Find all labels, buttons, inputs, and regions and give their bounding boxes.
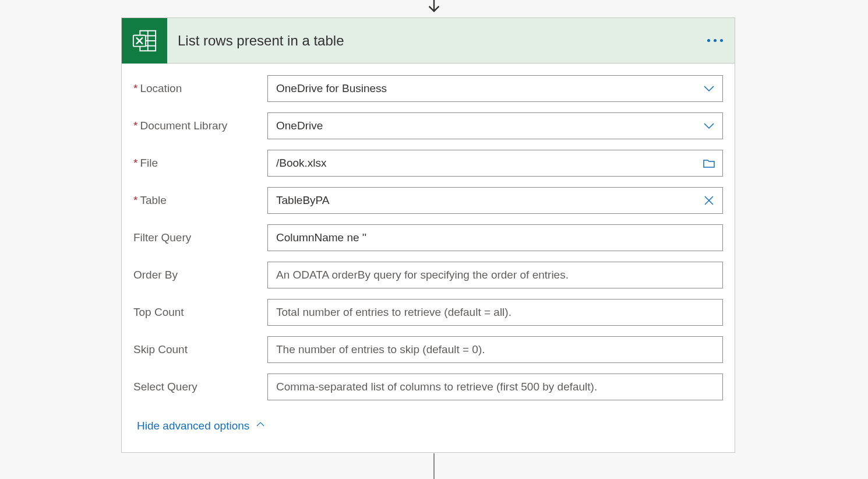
chevron-down-icon[interactable] (702, 82, 716, 96)
action-card-header[interactable]: List rows present in a table (122, 18, 735, 64)
select-query-label: Select Query (133, 381, 267, 393)
select-query-input[interactable] (267, 374, 723, 400)
skip-count-row: Skip Count (133, 336, 723, 363)
action-title: List rows present in a table (167, 33, 696, 49)
flow-arrow-down-icon (425, 0, 443, 16)
clear-icon[interactable] (702, 193, 716, 207)
document-library-row: *Document Library (133, 112, 723, 139)
order-by-label: Order By (133, 269, 267, 281)
table-row: *Table (133, 187, 723, 214)
hide-advanced-options-toggle[interactable]: Hide advanced options (133, 411, 269, 446)
location-row: *Location (133, 75, 723, 102)
filter-query-label: Filter Query (133, 231, 267, 244)
filter-query-row: Filter Query (133, 224, 723, 251)
top-count-row: Top Count (133, 299, 723, 326)
order-by-row: Order By (133, 262, 723, 288)
file-input[interactable] (267, 150, 723, 177)
advanced-toggle-label: Hide advanced options (137, 420, 249, 432)
filter-query-input[interactable] (267, 224, 723, 251)
select-query-row: Select Query (133, 374, 723, 400)
folder-icon[interactable] (702, 156, 716, 170)
flow-connector-line (433, 453, 435, 479)
document-library-input[interactable] (267, 112, 723, 139)
location-input[interactable] (267, 75, 723, 102)
chevron-down-icon[interactable] (702, 119, 716, 133)
skip-count-label: Skip Count (133, 343, 267, 356)
location-label: *Location (133, 82, 267, 95)
table-input[interactable] (267, 187, 723, 214)
chevron-up-icon (255, 419, 266, 432)
document-library-label: *Document Library (133, 119, 267, 132)
skip-count-input[interactable] (267, 336, 723, 363)
file-row: *File (133, 150, 723, 177)
action-card: List rows present in a table *Location *… (121, 17, 735, 453)
action-menu-button[interactable] (696, 39, 735, 42)
file-label: *File (133, 157, 267, 170)
excel-icon (122, 18, 167, 64)
top-count-input[interactable] (267, 299, 723, 326)
table-label: *Table (133, 194, 267, 207)
top-count-label: Top Count (133, 306, 267, 319)
order-by-input[interactable] (267, 262, 723, 288)
action-card-body: *Location *Document Library *F (122, 64, 735, 452)
